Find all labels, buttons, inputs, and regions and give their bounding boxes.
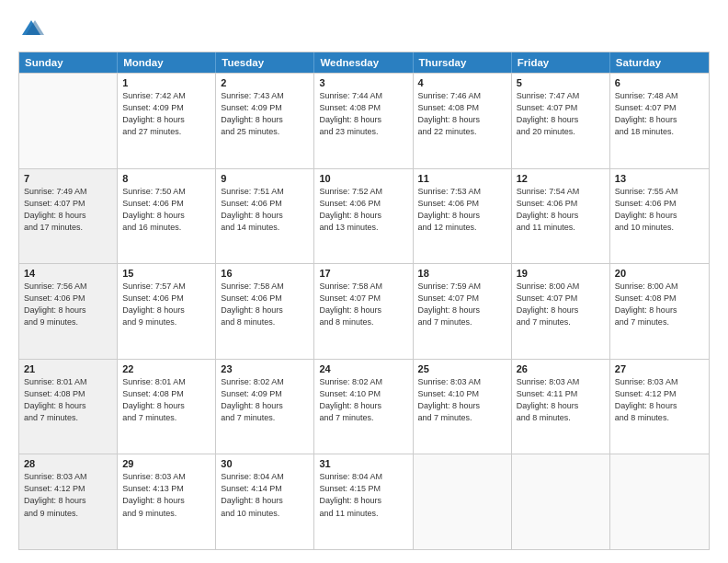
day-number: 26 — [517, 363, 605, 374]
day-info: Sunrise: 7:56 AM Sunset: 4:06 PM Dayligh… — [24, 281, 112, 328]
day-number: 4 — [418, 77, 506, 88]
cal-cell-1-0: 7Sunrise: 7:49 AM Sunset: 4:07 PM Daylig… — [19, 169, 118, 264]
header-day-friday: Friday — [512, 52, 610, 73]
cal-cell-1-6: 13Sunrise: 7:55 AM Sunset: 4:06 PM Dayli… — [610, 169, 709, 264]
day-number: 11 — [418, 173, 506, 184]
day-info: Sunrise: 8:02 AM Sunset: 4:10 PM Dayligh… — [319, 376, 407, 424]
cal-cell-0-4: 4Sunrise: 7:46 AM Sunset: 4:08 PM Daylig… — [414, 74, 512, 168]
day-number: 10 — [319, 173, 407, 184]
cal-cell-0-0 — [19, 74, 118, 168]
day-info: Sunrise: 7:43 AM Sunset: 4:09 PM Dayligh… — [221, 90, 309, 138]
cal-cell-1-1: 8Sunrise: 7:50 AM Sunset: 4:06 PM Daylig… — [118, 169, 216, 264]
cal-cell-4-6 — [610, 454, 709, 549]
day-number: 8 — [122, 173, 210, 184]
cal-cell-1-5: 12Sunrise: 7:54 AM Sunset: 4:06 PM Dayli… — [512, 169, 610, 264]
day-info: Sunrise: 7:49 AM Sunset: 4:07 PM Dayligh… — [24, 186, 112, 234]
cal-cell-2-3: 17Sunrise: 7:58 AM Sunset: 4:07 PM Dayli… — [314, 264, 413, 359]
day-number: 7 — [24, 173, 112, 184]
cal-cell-2-6: 20Sunrise: 8:00 AM Sunset: 4:08 PM Dayli… — [610, 264, 709, 359]
header-day-sunday: Sunday — [19, 52, 118, 73]
day-info: Sunrise: 7:42 AM Sunset: 4:09 PM Dayligh… — [122, 90, 210, 138]
day-info: Sunrise: 8:00 AM Sunset: 4:07 PM Dayligh… — [517, 281, 605, 328]
cal-cell-2-2: 16Sunrise: 7:58 AM Sunset: 4:06 PM Dayli… — [216, 264, 314, 359]
day-number: 22 — [122, 363, 210, 374]
day-number: 14 — [24, 268, 112, 279]
cal-cell-0-5: 5Sunrise: 7:47 AM Sunset: 4:07 PM Daylig… — [512, 74, 610, 168]
day-number: 30 — [221, 458, 309, 469]
cal-cell-4-2: 30Sunrise: 8:04 AM Sunset: 4:14 PM Dayli… — [216, 454, 314, 549]
day-info: Sunrise: 7:51 AM Sunset: 4:06 PM Dayligh… — [221, 186, 309, 234]
day-info: Sunrise: 7:44 AM Sunset: 4:08 PM Dayligh… — [319, 90, 407, 138]
day-info: Sunrise: 8:04 AM Sunset: 4:15 PM Dayligh… — [319, 471, 407, 519]
cal-cell-1-4: 11Sunrise: 7:53 AM Sunset: 4:06 PM Dayli… — [414, 169, 512, 264]
day-info: Sunrise: 7:59 AM Sunset: 4:07 PM Dayligh… — [418, 281, 506, 328]
day-number: 12 — [517, 173, 605, 184]
day-number: 17 — [319, 268, 407, 279]
logo-icon — [18, 17, 44, 42]
day-info: Sunrise: 8:00 AM Sunset: 4:08 PM Dayligh… — [615, 281, 704, 328]
day-number: 2 — [221, 77, 309, 88]
header-day-wednesday: Wednesday — [314, 52, 413, 73]
cal-cell-4-1: 29Sunrise: 8:03 AM Sunset: 4:13 PM Dayli… — [118, 454, 216, 549]
day-number: 1 — [122, 77, 210, 88]
cal-cell-4-0: 28Sunrise: 8:03 AM Sunset: 4:12 PM Dayli… — [19, 454, 118, 549]
cal-cell-1-2: 9Sunrise: 7:51 AM Sunset: 4:06 PM Daylig… — [216, 169, 314, 264]
day-number: 6 — [615, 77, 704, 88]
header-day-monday: Monday — [118, 52, 216, 73]
cal-cell-3-3: 24Sunrise: 8:02 AM Sunset: 4:10 PM Dayli… — [314, 360, 413, 454]
header-day-tuesday: Tuesday — [216, 52, 314, 73]
day-number: 23 — [221, 363, 309, 374]
calendar: SundayMondayTuesdayWednesdayThursdayFrid… — [18, 52, 710, 550]
cal-cell-2-5: 19Sunrise: 8:00 AM Sunset: 4:07 PM Dayli… — [512, 264, 610, 359]
day-info: Sunrise: 7:47 AM Sunset: 4:07 PM Dayligh… — [517, 90, 605, 138]
day-number: 28 — [24, 458, 112, 469]
cal-cell-3-5: 26Sunrise: 8:03 AM Sunset: 4:11 PM Dayli… — [512, 360, 610, 454]
day-info: Sunrise: 7:46 AM Sunset: 4:08 PM Dayligh… — [418, 90, 506, 138]
cal-cell-0-3: 3Sunrise: 7:44 AM Sunset: 4:08 PM Daylig… — [314, 74, 413, 168]
day-number: 13 — [615, 173, 704, 184]
day-info: Sunrise: 7:50 AM Sunset: 4:06 PM Dayligh… — [122, 186, 210, 234]
day-number: 27 — [615, 363, 704, 374]
week-row-0: 1Sunrise: 7:42 AM Sunset: 4:09 PM Daylig… — [19, 73, 709, 168]
day-number: 18 — [418, 268, 506, 279]
day-number: 24 — [319, 363, 407, 374]
day-info: Sunrise: 8:02 AM Sunset: 4:09 PM Dayligh… — [221, 376, 309, 424]
cal-cell-1-3: 10Sunrise: 7:52 AM Sunset: 4:06 PM Dayli… — [314, 169, 413, 264]
cal-cell-3-6: 27Sunrise: 8:03 AM Sunset: 4:12 PM Dayli… — [610, 360, 709, 454]
day-number: 5 — [517, 77, 605, 88]
cal-cell-3-1: 22Sunrise: 8:01 AM Sunset: 4:08 PM Dayli… — [118, 360, 216, 454]
day-info: Sunrise: 8:01 AM Sunset: 4:08 PM Dayligh… — [24, 376, 112, 424]
day-info: Sunrise: 7:54 AM Sunset: 4:06 PM Dayligh… — [517, 186, 605, 234]
header-day-thursday: Thursday — [414, 52, 512, 73]
day-info: Sunrise: 7:58 AM Sunset: 4:07 PM Dayligh… — [319, 281, 407, 328]
cal-cell-0-6: 6Sunrise: 7:48 AM Sunset: 4:07 PM Daylig… — [610, 74, 709, 168]
day-number: 31 — [319, 458, 407, 469]
week-row-2: 14Sunrise: 7:56 AM Sunset: 4:06 PM Dayli… — [19, 263, 709, 359]
day-info: Sunrise: 8:03 AM Sunset: 4:10 PM Dayligh… — [418, 376, 506, 424]
day-number: 15 — [122, 268, 210, 279]
day-info: Sunrise: 8:03 AM Sunset: 4:11 PM Dayligh… — [517, 376, 605, 424]
day-info: Sunrise: 7:55 AM Sunset: 4:06 PM Dayligh… — [615, 186, 704, 234]
cal-cell-3-0: 21Sunrise: 8:01 AM Sunset: 4:08 PM Dayli… — [19, 360, 118, 454]
cal-cell-2-1: 15Sunrise: 7:57 AM Sunset: 4:06 PM Dayli… — [118, 264, 216, 359]
page: SundayMondayTuesdayWednesdayThursdayFrid… — [0, 0, 728, 563]
day-info: Sunrise: 7:48 AM Sunset: 4:07 PM Dayligh… — [615, 90, 704, 138]
day-number: 21 — [24, 363, 112, 374]
week-row-4: 28Sunrise: 8:03 AM Sunset: 4:12 PM Dayli… — [19, 454, 709, 549]
day-info: Sunrise: 8:01 AM Sunset: 4:08 PM Dayligh… — [122, 376, 210, 424]
day-number: 19 — [517, 268, 605, 279]
cal-cell-3-4: 25Sunrise: 8:03 AM Sunset: 4:10 PM Dayli… — [414, 360, 512, 454]
cal-cell-4-4 — [414, 454, 512, 549]
cal-cell-3-2: 23Sunrise: 8:02 AM Sunset: 4:09 PM Dayli… — [216, 360, 314, 454]
cal-cell-2-0: 14Sunrise: 7:56 AM Sunset: 4:06 PM Dayli… — [19, 264, 118, 359]
day-info: Sunrise: 7:52 AM Sunset: 4:06 PM Dayligh… — [319, 186, 407, 234]
cal-cell-0-1: 1Sunrise: 7:42 AM Sunset: 4:09 PM Daylig… — [118, 74, 216, 168]
cal-cell-0-2: 2Sunrise: 7:43 AM Sunset: 4:09 PM Daylig… — [216, 74, 314, 168]
week-row-1: 7Sunrise: 7:49 AM Sunset: 4:07 PM Daylig… — [19, 168, 709, 264]
header — [18, 17, 710, 42]
cal-cell-4-3: 31Sunrise: 8:04 AM Sunset: 4:15 PM Dayli… — [314, 454, 413, 549]
day-info: Sunrise: 8:03 AM Sunset: 4:12 PM Dayligh… — [24, 471, 112, 519]
calendar-header: SundayMondayTuesdayWednesdayThursdayFrid… — [19, 52, 709, 73]
day-info: Sunrise: 7:53 AM Sunset: 4:06 PM Dayligh… — [418, 186, 506, 234]
header-day-saturday: Saturday — [610, 52, 709, 73]
